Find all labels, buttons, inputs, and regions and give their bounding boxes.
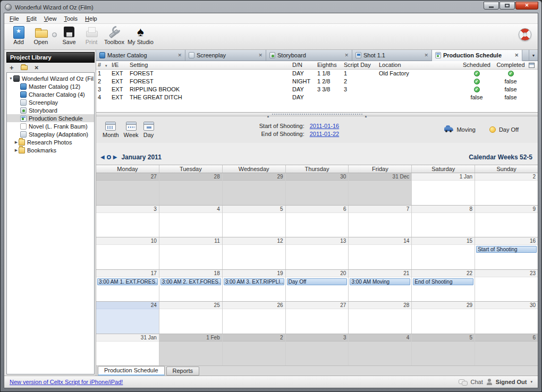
column-header-setting[interactable]: Setting — [128, 61, 291, 69]
calendar-day-15[interactable]: 15 — [412, 237, 475, 269]
table-row[interactable]: 2EXTFORESTNIGHT1 2/82✓false — [96, 78, 538, 86]
calendar-day-16[interactable]: 16Start of Shooting — [475, 237, 538, 269]
calendar-day-31-dec[interactable]: 31 Dec — [349, 173, 412, 205]
calendar-day-11[interactable]: 11 — [159, 237, 223, 269]
view-week-button[interactable]: Week — [124, 122, 139, 138]
calendar-day-19[interactable]: 193:00 AM 3. EXT.RIPPLI... — [223, 270, 286, 302]
help-lifesaver-icon[interactable] — [519, 28, 531, 41]
calendar-event[interactable]: Day Off — [287, 278, 348, 285]
column-header-num[interactable]: # — [96, 61, 104, 69]
tab-list-dropdown-icon[interactable]: ▼ — [529, 50, 538, 61]
tab-close-icon[interactable]: ✕ — [512, 53, 519, 58]
celtx-news-link[interactable]: New version of Celtx Script for iPhone/i… — [10, 379, 123, 385]
tab-master-catalog[interactable]: Master Catalog✕ — [96, 50, 185, 61]
sidebar-item-screenplay[interactable]: Screenplay — [7, 98, 94, 106]
calendar-day-1-feb[interactable]: 1 Feb — [159, 334, 223, 366]
calendar-day-14[interactable]: 14 — [349, 237, 412, 269]
column-header-scheduled[interactable]: Scheduled — [459, 61, 494, 69]
toolbar-open-button[interactable]: Open — [30, 25, 52, 45]
view-month-button[interactable]: Month — [103, 122, 119, 138]
calendar-day-4[interactable]: 4 — [349, 334, 412, 366]
expander-closed-icon[interactable]: ▶ — [14, 148, 19, 152]
calendar-day-2[interactable]: 2 — [223, 334, 286, 366]
column-header-dn[interactable]: D/N — [291, 61, 316, 69]
title-bar[interactable]: Wonderful Wizard of Oz (Film) ✕ — [1, 1, 541, 13]
sidebar-item-wonderful-wizard-of-oz-fil[interactable]: ▼Wonderful Wizard of Oz (Fil... — [7, 74, 94, 82]
calendar-day-13[interactable]: 13 — [286, 237, 349, 269]
tab-close-icon[interactable]: ✕ — [175, 53, 182, 58]
open-recent-icon[interactable] — [52, 32, 57, 37]
delete-item-icon[interactable]: ✕ — [35, 65, 39, 71]
sidebar-item-master-catalog-12[interactable]: Master Catalog (12) — [7, 82, 94, 90]
calendar-day-18[interactable]: 183:00 AM 2. EXT.FORES... — [159, 270, 223, 302]
toolbar-mystudio-button[interactable]: My Studio — [126, 25, 155, 45]
column-header-ie[interactable]: I/E — [110, 61, 128, 69]
table-row[interactable]: 3EXTRIPPLING BROOKDAY3 3/83✓false — [96, 86, 538, 93]
sidebar-item-stageplay-adaptation[interactable]: Stageplay (Adaptation) — [7, 130, 94, 138]
calendar-day-24[interactable]: 24 — [96, 302, 159, 334]
expander-open-icon[interactable]: ▼ — [9, 76, 13, 81]
sidebar-item-research-photos[interactable]: ▶Research Photos — [7, 138, 94, 146]
column-header-colico[interactable] — [527, 61, 538, 69]
calendar-day-31-jan[interactable]: 31 Jan — [96, 334, 159, 366]
table-row[interactable]: 4EXTTHE GREAT DITCHDAYfalsefalse — [96, 93, 538, 101]
calendar-day-10[interactable]: 10 — [96, 237, 159, 269]
expander-closed-icon[interactable]: ▶ — [14, 140, 19, 144]
calendar-day-6[interactable]: 6 — [475, 334, 538, 366]
bottom-tab-reports[interactable]: Reports — [166, 367, 200, 376]
calendar-day-3[interactable]: 3 — [96, 206, 159, 237]
view-day-button[interactable]: Day — [143, 122, 154, 138]
menu-edit[interactable]: Edit — [23, 14, 40, 23]
calendar-day-25[interactable]: 25 — [159, 302, 223, 334]
calendar-day-30[interactable]: 30 — [286, 173, 349, 205]
tab-close-icon[interactable]: ✕ — [256, 53, 262, 58]
toolbar-save-button[interactable]: Save — [58, 25, 80, 45]
tab-shot-1-1[interactable]: Shot 1.1✕ — [352, 50, 432, 61]
calendar-day-1-jan[interactable]: 1 Jan — [412, 173, 475, 205]
calendar-day-20[interactable]: 20Day Off — [286, 270, 349, 302]
splitter-handle[interactable]: ▲ ▲ — [272, 114, 362, 115]
tab-close-icon[interactable]: ✕ — [422, 53, 428, 58]
calendar-event[interactable]: Start of Shooting — [476, 246, 537, 253]
calendar-event[interactable]: 3:00 AM 2. EXT.FORES... — [160, 278, 221, 285]
end-of-shooting-date-link[interactable]: 2011-01-22 — [310, 131, 339, 137]
chat-button[interactable]: Chat — [471, 379, 483, 385]
calendar-day-9[interactable]: 9 — [475, 206, 538, 237]
maximize-button[interactable] — [499, 2, 515, 10]
calendar-day-5[interactable]: 5 — [412, 334, 475, 366]
sidebar-item-storyboard[interactable]: Storyboard — [7, 106, 94, 114]
tab-close-icon[interactable]: ✕ — [342, 53, 349, 58]
signed-out-button[interactable]: Signed Out — [496, 379, 527, 385]
menu-view[interactable]: View — [40, 14, 61, 23]
calendar-day-29[interactable]: 29 — [223, 173, 286, 205]
menu-file[interactable]: File — [6, 14, 23, 23]
calendar-day-27[interactable]: 27 — [96, 173, 159, 205]
calendar-day-23[interactable]: 23 — [475, 270, 538, 302]
menu-tools[interactable]: Tools — [60, 14, 81, 23]
column-header-script_day[interactable]: Script Day — [342, 61, 377, 69]
toolbar-add-button[interactable]: Add — [7, 25, 30, 45]
today-icon[interactable] — [107, 155, 111, 159]
tab-screenplay[interactable]: Screenplay✕ — [185, 50, 266, 61]
menu-help[interactable]: Help — [81, 14, 101, 23]
sidebar-item-novel-l-frank-baum[interactable]: Novel (L. Frank Baum) — [7, 122, 94, 130]
calendar-day-30[interactable]: 30 — [475, 302, 538, 334]
calendar-day-29[interactable]: 29 — [412, 302, 475, 334]
calendar-event[interactable]: 3:00 AM 3. EXT.RIPPLI... — [224, 278, 284, 285]
column-header-sort[interactable]: ▾ — [104, 61, 110, 69]
calendar-day-7[interactable]: 7 — [349, 206, 412, 237]
calendar-day-4[interactable]: 4 — [159, 206, 223, 237]
calendar-day-6[interactable]: 6 — [286, 206, 349, 237]
table-row[interactable]: 1EXTFORESTDAY1 1/81Old Factory✓✓ — [96, 70, 538, 78]
sidebar-item-bookmarks[interactable]: ▶Bookmarks — [7, 146, 94, 154]
calendar-event[interactable]: 3:00 AM 1. EXT.FORES... — [97, 278, 158, 285]
horizontal-splitter[interactable]: ▲ ▲ — [96, 113, 538, 116]
close-button[interactable]: ✕ — [515, 2, 538, 10]
calendar-day-5[interactable]: 5 — [223, 206, 286, 237]
sidebar-item-character-catalog-4[interactable]: Character Catalog (4) — [7, 90, 94, 98]
minimize-button[interactable] — [484, 2, 499, 10]
start-of-shooting-date-link[interactable]: 2011-01-16 — [310, 123, 339, 129]
column-header-eighths[interactable]: Eighths — [316, 61, 342, 69]
calendar-day-22[interactable]: 22End of Shooting — [412, 270, 475, 302]
calendar-day-2[interactable]: 2 — [475, 173, 538, 205]
